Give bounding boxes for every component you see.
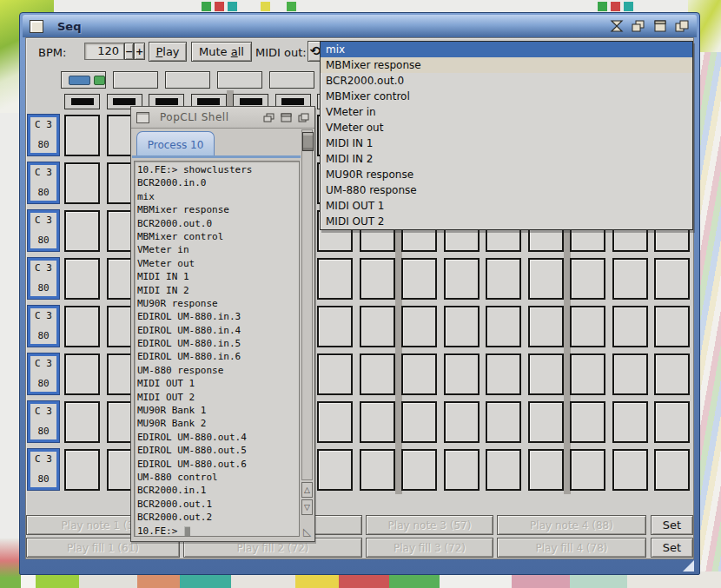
dropdown-item[interactable]: BCR2000.out.0 xyxy=(321,73,692,89)
dropdown-item[interactable]: MIDI IN 1 xyxy=(321,135,692,151)
dropdown-item[interactable]: MIDI IN 2 xyxy=(321,151,692,167)
scroll-up-button[interactable]: △ xyxy=(301,482,313,498)
step-cell[interactable] xyxy=(444,401,480,443)
play-fill-button[interactable]: Play fill 4 (78) xyxy=(497,538,646,558)
step-cell[interactable] xyxy=(528,449,564,491)
step-cell[interactable] xyxy=(317,449,353,491)
seq-titlebar[interactable]: Seq xyxy=(23,15,697,37)
step-cell[interactable] xyxy=(444,353,480,395)
bpm-increment-button[interactable]: + xyxy=(134,43,145,60)
dropdown-item[interactable]: UM-880 response xyxy=(321,182,692,198)
step-cell[interactable] xyxy=(612,306,648,347)
track-label[interactable]: C 380 xyxy=(28,306,59,347)
track-label[interactable]: C 380 xyxy=(28,115,59,155)
set-note-button[interactable]: Set xyxy=(651,515,693,535)
pattern-cell[interactable] xyxy=(61,71,106,89)
set-fill-button[interactable]: Set xyxy=(651,538,693,558)
step-cell[interactable] xyxy=(360,449,395,491)
step-cell[interactable] xyxy=(570,353,605,395)
step-cell[interactable] xyxy=(570,306,605,347)
step-cell[interactable] xyxy=(570,401,605,443)
step-cell[interactable] xyxy=(64,210,100,252)
maximize-button[interactable] xyxy=(652,20,668,33)
step-cell[interactable] xyxy=(64,162,100,204)
step-cell[interactable] xyxy=(486,449,521,491)
dropdown-item[interactable]: VMeter in xyxy=(321,104,692,120)
tab-process-10[interactable]: Process 10 xyxy=(136,131,215,157)
step-cell[interactable] xyxy=(360,353,395,395)
track-label[interactable]: C 380 xyxy=(28,210,59,251)
terminal-output[interactable]: 10.FE:> showclustersBCR2000.in.0mixMBMix… xyxy=(134,161,300,537)
step-cell[interactable] xyxy=(64,401,100,443)
dropdown-item[interactable]: MU90R response xyxy=(321,167,692,182)
play-note-button[interactable]: Play note 3 (57) xyxy=(366,515,493,535)
scroll-down-button[interactable]: ▽ xyxy=(301,499,313,515)
window-menu-icon[interactable] xyxy=(30,20,43,33)
step-cell[interactable] xyxy=(360,306,395,347)
dropdown-item[interactable]: VMeter out xyxy=(321,120,692,135)
step-cell[interactable] xyxy=(654,401,690,443)
step-cell[interactable] xyxy=(570,258,605,300)
step-cell[interactable] xyxy=(64,306,100,347)
scrollbar-thumb[interactable] xyxy=(302,132,314,151)
step-cell[interactable] xyxy=(401,401,437,443)
step-cell[interactable] xyxy=(528,306,564,347)
step-cell[interactable] xyxy=(486,258,521,300)
track-label[interactable]: C 380 xyxy=(28,162,59,203)
step-cell[interactable] xyxy=(317,306,353,347)
dropdown-item[interactable]: MIDI OUT 1 xyxy=(321,198,692,214)
dropdown-item[interactable]: MIDI OUT 2 xyxy=(321,214,692,229)
step-cell[interactable] xyxy=(612,258,648,300)
step-cell[interactable] xyxy=(64,353,100,395)
shell-resize-grip[interactable]: ◺ xyxy=(301,522,313,538)
step-cell[interactable] xyxy=(401,258,437,300)
step-cell[interactable] xyxy=(570,449,605,491)
shell-lower-button[interactable] xyxy=(262,112,275,123)
step-cell[interactable] xyxy=(401,353,437,395)
lower-window-button[interactable] xyxy=(631,20,646,33)
step-cell[interactable] xyxy=(612,353,648,395)
bpm-decrement-button[interactable]: − xyxy=(124,43,134,60)
track-label[interactable]: C 380 xyxy=(28,449,59,490)
step-cell[interactable] xyxy=(401,306,437,347)
shell-titlebar[interactable]: PopCLI Shell xyxy=(131,107,314,129)
mute-all-button[interactable]: Mute all xyxy=(191,42,252,62)
step-cell[interactable] xyxy=(654,306,690,347)
step-cell[interactable] xyxy=(64,115,100,156)
step-cell[interactable] xyxy=(528,353,564,395)
terminal-scrollbar[interactable] xyxy=(301,129,313,480)
shell-raise-button[interactable] xyxy=(297,112,310,123)
step-cell[interactable] xyxy=(612,449,648,491)
pattern-cell[interactable] xyxy=(269,71,314,89)
dropdown-item[interactable]: mix xyxy=(321,42,692,57)
step-header-cell[interactable] xyxy=(64,94,100,109)
track-label[interactable]: C 380 xyxy=(28,258,59,299)
step-cell[interactable] xyxy=(528,258,564,300)
step-cell[interactable] xyxy=(612,401,648,443)
pattern-cell[interactable] xyxy=(165,71,210,89)
window-resize-grip[interactable] xyxy=(683,560,694,571)
bpm-field[interactable]: 120 xyxy=(84,43,124,60)
raise-window-button[interactable] xyxy=(674,20,690,33)
step-cell[interactable] xyxy=(486,353,521,395)
step-cell[interactable] xyxy=(486,306,521,347)
step-cell[interactable] xyxy=(444,306,480,347)
shell-maximize-button[interactable] xyxy=(280,112,293,123)
step-cell[interactable] xyxy=(654,258,690,300)
step-cell[interactable] xyxy=(360,401,395,443)
step-cell[interactable] xyxy=(64,449,100,491)
step-cell[interactable] xyxy=(444,449,480,491)
step-cell[interactable] xyxy=(360,258,395,300)
play-fill-button[interactable]: Play fill 3 (72) xyxy=(366,538,493,558)
play-button[interactable]: Play xyxy=(149,42,187,62)
step-cell[interactable] xyxy=(528,401,564,443)
step-cell[interactable] xyxy=(64,258,100,300)
shade-button[interactable] xyxy=(609,20,625,33)
dropdown-item[interactable]: MBMixer response xyxy=(321,57,692,73)
pattern-cell[interactable] xyxy=(217,71,262,89)
play-note-button[interactable]: Play note 4 (88) xyxy=(497,515,646,535)
dropdown-item[interactable]: MBMixer control xyxy=(321,89,692,104)
track-label[interactable]: C 380 xyxy=(28,353,59,394)
step-cell[interactable] xyxy=(317,401,353,443)
step-cell[interactable] xyxy=(317,258,353,300)
